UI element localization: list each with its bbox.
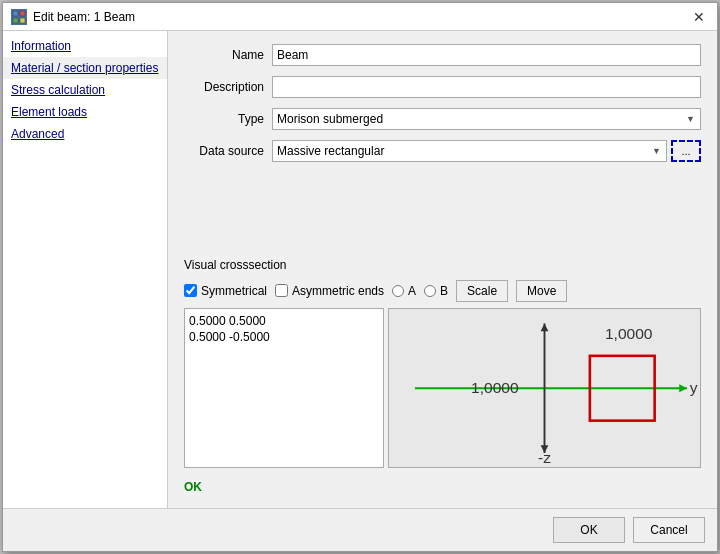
svg-rect-2 — [13, 18, 18, 23]
radio-a[interactable] — [392, 285, 404, 297]
dialog: Edit beam: 1 Beam ✕ Information Material… — [2, 2, 718, 552]
type-select[interactable]: Morison submerged Standard beam Cable — [272, 108, 701, 130]
main-panel: Name Description Type Morison submerged … — [168, 31, 717, 508]
datasource-select-wrapper: Massive rectangular Circular I-beam — [272, 140, 667, 162]
dialog-title: Edit beam: 1 Beam — [33, 10, 135, 24]
type-select-wrapper: Morison submerged Standard beam Cable — [272, 108, 701, 130]
datasource-select[interactable]: Massive rectangular Circular I-beam — [272, 140, 667, 162]
sidebar-item-information[interactable]: Information — [3, 35, 167, 57]
symmetrical-checkbox[interactable] — [184, 284, 197, 297]
description-label: Description — [184, 80, 264, 94]
type-label: Type — [184, 112, 264, 126]
status-ok-label: OK — [184, 478, 701, 496]
svg-rect-1 — [20, 11, 25, 16]
title-bar: Edit beam: 1 Beam ✕ — [3, 3, 717, 31]
asymmetric-label: Asymmetric ends — [292, 284, 384, 298]
app-icon — [11, 9, 27, 25]
datasource-browse-button[interactable]: ... — [671, 140, 701, 162]
move-button[interactable]: Move — [516, 280, 567, 302]
close-button[interactable]: ✕ — [689, 7, 709, 27]
visual-section: Visual crosssection Symmetrical Asymmetr… — [184, 258, 701, 497]
datasource-label: Data source — [184, 144, 264, 158]
sidebar-item-element-loads[interactable]: Element loads — [3, 101, 167, 123]
svg-text:1,0000: 1,0000 — [471, 379, 519, 396]
radio-b[interactable] — [424, 285, 436, 297]
visual-data-area: 0.5000 0.5000 0.5000 -0.5000 — [184, 308, 701, 469]
sidebar-item-material-section[interactable]: Material / section properties — [3, 57, 167, 79]
canvas-area: 1,0000 1,0000 y -z — [388, 308, 701, 469]
footer: OK Cancel — [3, 508, 717, 551]
svg-rect-3 — [20, 18, 25, 23]
coordinate-list: 0.5000 0.5000 0.5000 -0.5000 — [184, 308, 384, 469]
scale-button[interactable]: Scale — [456, 280, 508, 302]
ok-button[interactable]: OK — [553, 517, 625, 543]
title-bar-left: Edit beam: 1 Beam — [11, 9, 135, 25]
svg-text:y: y — [690, 379, 698, 396]
radio-b-wrapper[interactable]: B — [424, 284, 448, 298]
cross-section-svg: 1,0000 1,0000 y -z — [389, 309, 700, 468]
sidebar-item-stress-calculation[interactable]: Stress calculation — [3, 79, 167, 101]
spacer — [184, 171, 701, 246]
name-row: Name — [184, 43, 701, 67]
description-row: Description — [184, 75, 701, 99]
svg-text:1,0000: 1,0000 — [605, 325, 653, 342]
visual-controls: Symmetrical Asymmetric ends A B Sc — [184, 280, 701, 302]
radio-a-wrapper[interactable]: A — [392, 284, 416, 298]
datasource-row: Data source Massive rectangular Circular… — [184, 139, 701, 163]
symmetrical-label: Symmetrical — [201, 284, 267, 298]
sidebar-item-advanced[interactable]: Advanced — [3, 123, 167, 145]
symmetrical-checkbox-wrapper[interactable]: Symmetrical — [184, 284, 267, 298]
sidebar: Information Material / section propertie… — [3, 31, 168, 508]
content-area: Information Material / section propertie… — [3, 31, 717, 508]
cancel-button[interactable]: Cancel — [633, 517, 705, 543]
asymmetric-checkbox-wrapper[interactable]: Asymmetric ends — [275, 284, 384, 298]
svg-rect-0 — [13, 11, 18, 16]
name-label: Name — [184, 48, 264, 62]
type-row: Type Morison submerged Standard beam Cab… — [184, 107, 701, 131]
datasource-controls: Massive rectangular Circular I-beam ... — [272, 140, 701, 162]
radio-b-label: B — [440, 284, 448, 298]
asymmetric-checkbox[interactable] — [275, 284, 288, 297]
coord-item-1: 0.5000 -0.5000 — [189, 329, 379, 345]
visual-crosssection-label: Visual crosssection — [184, 258, 701, 272]
coord-item-0: 0.5000 0.5000 — [189, 313, 379, 329]
radio-a-label: A — [408, 284, 416, 298]
description-input[interactable] — [272, 76, 701, 98]
name-input[interactable] — [272, 44, 701, 66]
svg-text:-z: -z — [538, 449, 551, 466]
